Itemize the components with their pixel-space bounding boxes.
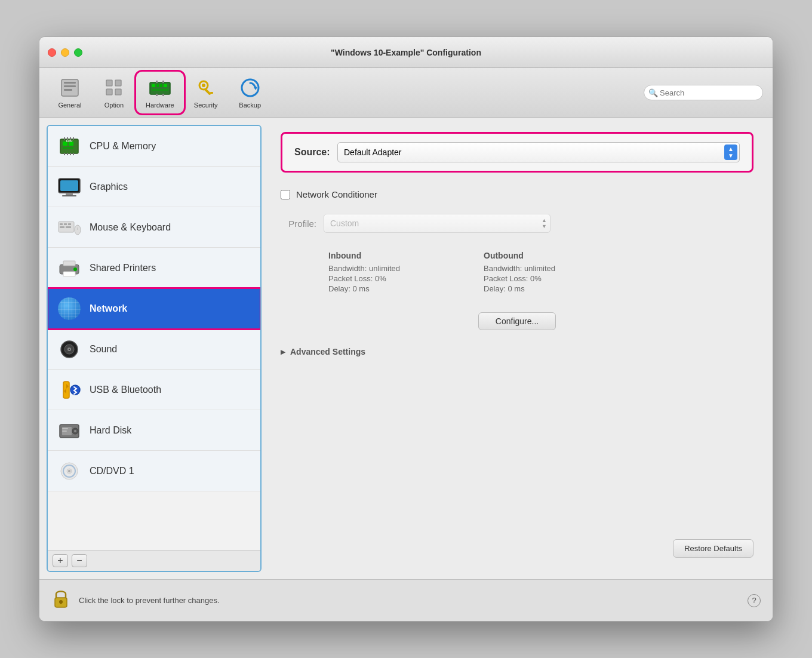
sidebar-item-cpu-memory[interactable]: CPU CPU & Memory (48, 126, 260, 167)
outbound-bandwidth: Bandwidth: unlimited (484, 264, 603, 273)
svg-rect-32 (64, 153, 65, 155)
svg-rect-28 (64, 137, 65, 140)
sidebar-item-label-cd-dvd: CD/DVD 1 (90, 466, 134, 476)
toolbar-item-hardware[interactable]: Hardware (137, 73, 183, 112)
toolbar-item-option[interactable]: Option (93, 73, 135, 112)
source-select-wrapper: Default Adapter NAT Bridged Network ▲ ▼ (337, 142, 740, 162)
configure-row: Configure... (281, 310, 753, 333)
app-window: "Windows 10-Example" Configuration Gener… (39, 36, 773, 622)
svg-rect-40 (62, 195, 76, 196)
svg-rect-50 (63, 261, 75, 266)
profile-select[interactable]: Custom (324, 214, 550, 233)
maximize-button[interactable] (74, 48, 82, 57)
conditioner-label: Network Conditioner (296, 189, 377, 199)
svg-rect-3 (64, 89, 72, 91)
svg-marker-23 (255, 85, 257, 90)
svg-rect-20 (204, 88, 211, 96)
usb-bluetooth-icon (57, 378, 81, 402)
bottom-bar: Click the lock to prevent further change… (39, 579, 773, 621)
svg-rect-13 (152, 89, 168, 91)
sidebar-item-graphics[interactable]: Graphics (48, 167, 260, 207)
svg-rect-5 (115, 80, 121, 86)
help-button[interactable]: ? (748, 594, 761, 607)
sidebar-item-label-hard-disk: Hard Disk (90, 425, 131, 436)
toolbar-item-backup[interactable]: Backup (229, 73, 271, 112)
sidebar-item-label-sound: Sound (90, 344, 117, 355)
svg-rect-16 (156, 94, 158, 96)
source-select[interactable]: Default Adapter NAT Bridged Network (337, 142, 740, 162)
svg-rect-45 (60, 226, 64, 228)
svg-rect-15 (162, 81, 164, 83)
restore-defaults-button[interactable]: Restore Defaults (673, 539, 753, 558)
toolbar-search: 🔍 (644, 85, 763, 100)
sidebar-remove-button[interactable]: − (72, 554, 87, 567)
svg-rect-33 (67, 153, 68, 155)
sidebar-item-label-usb-bluetooth: USB & Bluetooth (90, 385, 161, 395)
close-button[interactable] (48, 48, 56, 57)
source-row: Source: Default Adapter NAT Bridged Netw… (281, 132, 753, 173)
search-input[interactable] (644, 85, 763, 100)
toolbar-label-general: General (58, 102, 81, 109)
svg-rect-12 (164, 84, 167, 87)
toolbar-item-security[interactable]: Security (185, 73, 227, 112)
profile-select-wrapper: Custom ▲ ▼ (324, 214, 550, 233)
advanced-settings-label[interactable]: Advanced Settings (290, 347, 365, 356)
toolbar-item-general[interactable]: General (49, 73, 91, 112)
sidebar-item-shared-printers[interactable]: Shared Printers (48, 248, 260, 288)
outbound-packet-loss: Packet Loss: 0% (484, 274, 603, 283)
svg-rect-64 (62, 431, 67, 432)
svg-text:CPU: CPU (66, 139, 73, 143)
toolbar-label-security: Security (194, 102, 218, 109)
titlebar: "Windows 10-Example" Configuration (39, 37, 773, 68)
sidebar-item-hard-disk[interactable]: Hard Disk (48, 410, 260, 451)
sidebar-item-network[interactable]: Network (48, 288, 260, 329)
toolbar-label-backup: Backup (239, 102, 261, 109)
svg-rect-10 (156, 84, 159, 87)
svg-rect-71 (60, 602, 61, 604)
sidebar-item-sound[interactable]: Sound (48, 329, 260, 370)
mouse-keyboard-icon (57, 216, 81, 239)
sidebar-add-button[interactable]: + (53, 554, 68, 567)
sidebar-item-mouse-keyboard[interactable]: Mouse & Keyboard (48, 207, 260, 248)
sidebar-list: CPU CPU & Memory Graphics (48, 126, 260, 550)
outbound-column: Outbound Bandwidth: unlimited Packet Los… (484, 251, 603, 293)
conditioner-checkbox[interactable] (281, 190, 290, 199)
backup-icon (239, 76, 262, 99)
svg-rect-7 (115, 89, 121, 95)
inbound-packet-loss: Packet Loss: 0% (328, 274, 448, 283)
source-label: Source: (294, 147, 330, 158)
advanced-settings-row[interactable]: ▶ Advanced Settings (281, 343, 753, 360)
toolbar-label-option: Option (104, 102, 124, 109)
svg-rect-4 (106, 80, 112, 86)
hardware-icon (149, 76, 171, 99)
svg-rect-2 (64, 85, 76, 87)
lock-icon[interactable] (51, 587, 70, 614)
configure-button[interactable]: Configure... (478, 312, 556, 330)
sidebar-footer: + − (48, 550, 260, 571)
hard-disk-icon (57, 419, 81, 442)
main-content: CPU CPU & Memory Graphics (39, 118, 773, 579)
sidebar-item-usb-bluetooth[interactable]: USB & Bluetooth (48, 370, 260, 410)
minimize-button[interactable] (61, 48, 69, 57)
profile-label: Profile: (281, 219, 316, 229)
sidebar: CPU CPU & Memory Graphics (47, 125, 262, 572)
svg-point-62 (74, 430, 76, 432)
svg-rect-17 (162, 94, 164, 96)
svg-rect-21 (210, 92, 213, 94)
bottom-lock-text: Click the lock to prevent further change… (79, 596, 220, 605)
sidebar-item-label-mouse-keyboard: Mouse & Keyboard (90, 222, 171, 233)
shared-printers-icon (57, 256, 81, 280)
toolbar: General Option (39, 68, 773, 118)
svg-rect-27 (63, 147, 73, 149)
sidebar-item-label-graphics: Graphics (90, 182, 128, 192)
svg-rect-63 (62, 428, 68, 429)
traffic-lights (48, 48, 82, 57)
profile-row: Profile: Custom ▲ ▼ (281, 213, 753, 234)
svg-point-56 (69, 349, 70, 350)
conditioner-row: Network Conditioner (281, 187, 753, 202)
sidebar-item-cd-dvd[interactable]: CD/DVD 1 (48, 451, 260, 491)
toolbar-buttons: General Option (49, 73, 644, 112)
svg-rect-51 (63, 272, 75, 276)
inbound-header: Inbound (328, 251, 448, 260)
general-icon (59, 76, 81, 99)
